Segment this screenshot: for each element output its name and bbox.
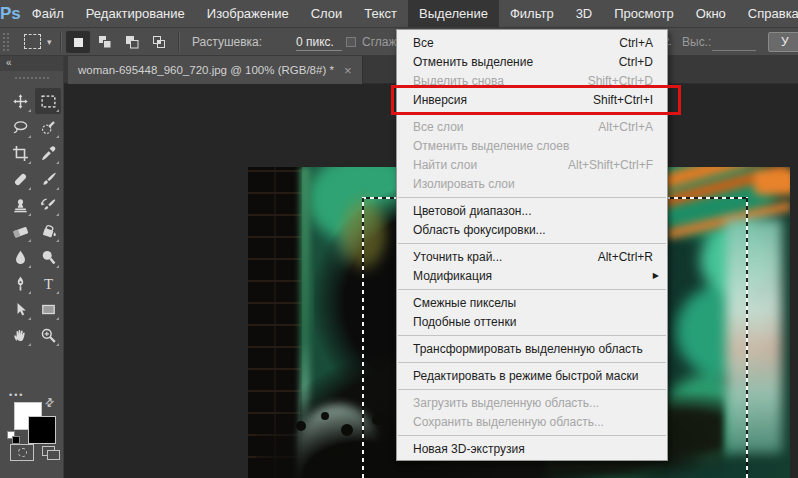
hand-tool-icon (12, 327, 29, 344)
menu-item[interactable]: Смежные пикселы (397, 293, 667, 312)
quick-mask-mode-button[interactable] (10, 444, 34, 461)
tools-panel-grip[interactable] (14, 76, 50, 81)
menu-item-label: Отменить выделение (413, 55, 533, 69)
shape-tool-button[interactable] (35, 296, 61, 322)
height-label: Выс.: (682, 28, 711, 56)
document-tab[interactable]: woman-695448_960_720.jpg @ 100% (RGB/8#)… (68, 56, 363, 84)
photoshop-window: Ps ФайлРедактированиеИзображениеСлоиТекс… (0, 0, 798, 478)
menubar-item-выделение[interactable]: Выделение (408, 0, 499, 27)
pen-tool-icon (12, 275, 29, 292)
screen-mode-button[interactable] (42, 444, 62, 461)
history-brush-tool-icon (40, 197, 57, 214)
menu-item-label: Новая 3D-экструзия (413, 442, 525, 456)
edit-toolbar-icon[interactable]: ••• (9, 390, 24, 400)
lasso-tool-button[interactable] (7, 114, 33, 140)
feather-label: Растушевка: (192, 28, 262, 56)
refine-edge-button[interactable]: У (768, 32, 798, 52)
add-to-selection-icon (98, 35, 112, 49)
tool-preset-chevron-icon[interactable]: ▾ (47, 37, 52, 47)
history-brush-tool-button[interactable] (35, 192, 61, 218)
antialias-checkbox[interactable] (346, 37, 356, 47)
crop-tool-button[interactable] (7, 140, 33, 166)
brush-tool-button[interactable] (35, 166, 61, 192)
menu-item-label: Цветовой диапазон... (413, 204, 531, 218)
menu-item-label: Все слои (413, 120, 464, 134)
default-colors-icon[interactable] (7, 431, 21, 445)
quick-mask-icon (18, 448, 27, 457)
clone-stamp-tool-button[interactable] (7, 192, 33, 218)
collapse-panel-icon[interactable]: « (0, 56, 63, 71)
menubar-item-текст[interactable]: Текст (353, 0, 408, 27)
pen-tool-button[interactable] (7, 270, 33, 296)
new-selection-button[interactable] (66, 31, 90, 53)
menubar-item-окно[interactable]: Окно (685, 0, 737, 27)
menu-item[interactable]: Область фокусировки... (397, 220, 667, 239)
hand-tool-button[interactable] (7, 322, 33, 348)
add-to-selection-button[interactable] (93, 31, 117, 53)
subtract-from-selection-icon (125, 35, 139, 49)
rectangular-marquee-tool-button[interactable] (35, 88, 61, 114)
healing-brush-tool-icon (12, 171, 29, 188)
menubar-item-просмотр[interactable]: Просмотр (603, 0, 684, 27)
menubar-item-редактирование[interactable]: Редактирование (75, 0, 196, 27)
background-color-swatch[interactable] (28, 416, 56, 444)
menu-item-label: Все (413, 36, 434, 50)
menu-item[interactable]: Отменить выделениеCtrl+D (397, 52, 667, 71)
tools-panel: « T ••• ⇄ (0, 56, 64, 478)
menu-item[interactable]: Трансформировать выделенную область (397, 339, 667, 358)
submenu-arrow-icon: ▶ (653, 271, 659, 280)
menu-item: Все слоиAlt+Ctrl+A (397, 117, 667, 136)
menu-item[interactable]: Редактировать в режиме быстрой маски (397, 366, 667, 385)
menu-item-label: Модификация (413, 269, 492, 283)
menu-item[interactable]: Цветовой диапазон... (397, 201, 667, 220)
eyedropper-tool-icon (40, 145, 57, 162)
zoom-tool-button[interactable] (35, 322, 61, 348)
healing-brush-tool-button[interactable] (7, 166, 33, 192)
menu-item-label: Найти слои (413, 158, 477, 172)
subtract-from-selection-button[interactable] (120, 31, 144, 53)
menubar-item-справка[interactable]: Справка (737, 0, 798, 27)
eraser-tool-icon (12, 223, 29, 240)
quick-selection-tool-icon (40, 119, 57, 136)
path-selection-tool-icon (12, 301, 29, 318)
menu-item[interactable]: Подобные оттенки (397, 312, 667, 331)
intersect-selection-button[interactable] (147, 31, 171, 53)
menu-item-label: Редактировать в режиме быстрой маски (413, 369, 638, 383)
options-bar-grip[interactable] (2, 32, 9, 52)
menubar-item-слои[interactable]: Слои (300, 0, 354, 27)
blur-tool-button[interactable] (7, 244, 33, 270)
menubar-item-изображение[interactable]: Изображение (196, 0, 300, 27)
menu-item: Загрузить выделенную область... (397, 393, 667, 412)
feather-input[interactable]: 0 пикс. (296, 33, 342, 51)
menubar-item-файл[interactable]: Файл (21, 0, 75, 27)
lasso-tool-icon (12, 119, 29, 136)
height-input[interactable] (712, 33, 756, 51)
shape-tool-icon (40, 301, 57, 318)
menu-item-label: Загрузить выделенную область... (413, 396, 599, 410)
menu-item[interactable]: Новая 3D-экструзия (397, 439, 667, 458)
eraser-tool-button[interactable] (7, 218, 33, 244)
menu-separator (398, 389, 666, 390)
paint-bucket-tool-button[interactable] (35, 218, 61, 244)
swap-colors-icon[interactable]: ⇄ (42, 395, 58, 411)
menu-item[interactable]: ВсеCtrl+A (397, 33, 667, 52)
close-tab-icon[interactable]: × (344, 64, 352, 77)
menubar-item-3d[interactable]: 3D (565, 0, 604, 27)
menu-item-shortcut: Alt+Ctrl+R (598, 250, 653, 264)
menu-item-label: Уточнить край... (413, 250, 502, 264)
selection-marquee-right (746, 197, 748, 478)
brush-tool-icon (40, 171, 57, 188)
dodge-tool-button[interactable] (35, 244, 61, 270)
quick-selection-tool-button[interactable] (35, 114, 61, 140)
type-tool-button[interactable]: T (35, 270, 61, 296)
active-tool-preview-icon[interactable] (24, 34, 41, 49)
separator (60, 32, 61, 52)
path-selection-tool-button[interactable] (7, 296, 33, 322)
menu-item[interactable]: Уточнить край...Alt+Ctrl+R (397, 247, 667, 266)
eyedropper-tool-button[interactable] (35, 140, 61, 166)
move-tool-button[interactable] (7, 88, 33, 114)
zoom-tool-icon (40, 327, 57, 344)
menu-item-shortcut: Ctrl+A (619, 36, 653, 50)
menubar-item-фильтр[interactable]: Фильтр (499, 0, 565, 27)
menu-item[interactable]: Модификация▶ (397, 266, 667, 285)
